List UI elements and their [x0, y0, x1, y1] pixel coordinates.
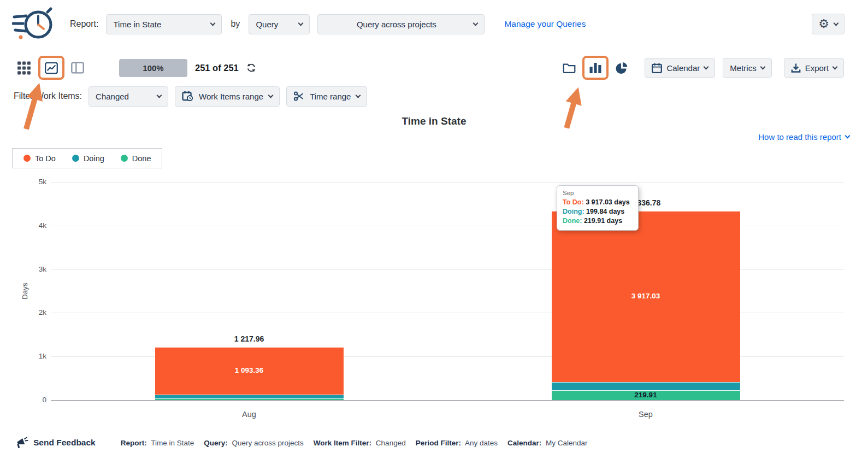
bar-total-label: 1 217.96: [155, 334, 344, 343]
saved-views-button[interactable]: [559, 59, 579, 77]
y-tick-label: 2k: [39, 308, 46, 318]
calendar-button-label: Calendar: [666, 63, 700, 73]
footer-summary-item: Work Item Filter: Changed: [314, 439, 406, 447]
x-tick-label: Sep: [552, 410, 740, 419]
footer-summary-value: Any dates: [463, 439, 498, 447]
how-to-read-link[interactable]: How to read this report: [758, 132, 849, 142]
annotation-highlight-chart-view: [38, 56, 64, 80]
legend-dot-to-do: [23, 155, 31, 162]
footer-summary-key: Period Filter:: [416, 439, 461, 447]
legend-label: Doing: [84, 154, 104, 163]
bar-aug[interactable]: 83.211 093.361 217.96: [155, 182, 344, 400]
footer-summary-value: Time in State: [149, 439, 194, 447]
footer-summary-item: Report: Time in State: [121, 439, 194, 447]
plot-area: 83.211 093.361 217.96Aug219.913 917.034 …: [51, 182, 844, 400]
work-item-filter-value: Changed: [96, 92, 129, 101]
chevron-down-icon: [832, 64, 838, 69]
legend: To DoDoingDone: [12, 148, 162, 168]
footer-summary-key: Query:: [204, 439, 228, 447]
footer-summary-key: Work Item Filter:: [314, 439, 371, 447]
zoom-button[interactable]: 100%: [119, 59, 187, 77]
footer-summary-item: Period Filter: Any dates: [416, 439, 498, 447]
y-tick-label: 0: [42, 395, 46, 405]
legend-item-done[interactable]: Done: [121, 154, 151, 163]
tooltip-title: Sep: [563, 190, 633, 196]
bar-segment-doing[interactable]: [552, 382, 740, 391]
work-item-filter-dropdown[interactable]: Changed: [88, 86, 168, 107]
refresh-button[interactable]: [243, 59, 259, 77]
legend-dot-done: [121, 155, 128, 162]
bar-segment-doing[interactable]: [155, 395, 344, 398]
bar-segment-done[interactable]: [155, 398, 344, 400]
tooltip-value: 3 917.03 days: [586, 198, 630, 206]
group-by-dropdown[interactable]: Query: [249, 14, 310, 34]
calendar-icon: [652, 63, 662, 73]
annotation-highlight-bar-chart: [582, 56, 609, 80]
grid-icon: [17, 61, 31, 75]
gear-icon: ⚙: [818, 18, 829, 30]
pie-chart-button[interactable]: [612, 59, 631, 77]
time-range-dropdown[interactable]: Time range: [286, 86, 367, 107]
table-view-button[interactable]: [68, 59, 87, 77]
footer-summary-item: Calendar: My Calendar: [507, 439, 588, 447]
legend-dot-doing: [72, 155, 79, 162]
megaphone-icon: [15, 437, 28, 449]
folder-icon: [563, 62, 576, 74]
footer-summary-value: Query across projects: [230, 439, 304, 447]
item-count: 251 of 251: [195, 63, 239, 73]
chevron-down-icon: [210, 20, 216, 26]
bar-value-label: 219.91: [552, 391, 740, 400]
send-feedback-label: Send Feedback: [33, 438, 96, 448]
tooltip-value: 199.84 days: [586, 208, 624, 215]
chart-view-button[interactable]: [42, 59, 61, 77]
bar-chart-icon: [589, 62, 602, 74]
group-by-dropdown-value: Query: [256, 20, 278, 29]
legend-item-to-do[interactable]: To Do: [23, 154, 56, 163]
tooltip-rows: To Do: 3 917.03 daysDoing: 199.84 daysDo…: [563, 198, 633, 226]
query-dropdown-value: Query across projects: [357, 20, 436, 29]
time-range-label: Time range: [310, 92, 351, 101]
export-button[interactable]: Export: [784, 58, 844, 78]
chevron-down-icon: [704, 64, 709, 69]
tooltip-row: To Do: 3 917.03 days: [563, 198, 633, 207]
bar-value-label: 1 093.36: [155, 366, 344, 375]
metrics-button[interactable]: Metrics: [723, 58, 771, 78]
send-feedback-link[interactable]: Send Feedback: [15, 437, 96, 449]
by-label: by: [231, 19, 240, 29]
tooltip-series-label: To Do:: [563, 198, 586, 206]
footer-summary-key: Report:: [121, 439, 147, 447]
tooltip-row: Doing: 199.84 days: [563, 207, 633, 216]
footer-summary-key: Calendar:: [507, 439, 541, 447]
metrics-button-label: Metrics: [730, 63, 756, 73]
work-items-range-dropdown[interactable]: Work Items range: [175, 86, 280, 107]
legend-label: To Do: [35, 154, 56, 163]
report-dropdown[interactable]: Time in State: [106, 14, 222, 34]
chevron-down-icon: [834, 20, 839, 26]
filter-bar: Filter Work Items: Changed Work Items ra…: [0, 85, 868, 107]
tooltip-series-label: Doing:: [563, 208, 586, 215]
y-tick-label: 3k: [39, 265, 46, 274]
chart-tooltip: Sep To Do: 3 917.03 daysDoing: 199.84 da…: [557, 185, 639, 231]
query-dropdown[interactable]: Query across projects: [317, 14, 485, 34]
legend-item-doing[interactable]: Doing: [72, 154, 104, 163]
top-bar: Report: Time in State by Query Query acr…: [0, 0, 868, 48]
footer: Send Feedback Report: Time in StateQuery…: [0, 431, 868, 455]
line-chart-icon: [45, 61, 58, 75]
grid-view-button[interactable]: [14, 59, 34, 77]
footer-summary-item: Query: Query across projects: [204, 439, 304, 447]
report-dropdown-value: Time in State: [113, 20, 161, 29]
bar-chart-button[interactable]: [586, 59, 605, 77]
calendar-button[interactable]: Calendar: [645, 58, 715, 78]
app-logo[interactable]: [12, 7, 55, 41]
footer-summary: Report: Time in StateQuery: Query across…: [121, 439, 588, 447]
tooltip-value: 219.91 days: [584, 217, 622, 225]
filter-work-items-label: Filter Work Items:: [14, 91, 82, 101]
calendar-clock-icon: [182, 91, 193, 102]
footer-summary-value: Changed: [374, 439, 406, 447]
how-to-read-label: How to read this report: [758, 132, 841, 142]
settings-menu-button[interactable]: ⚙: [812, 14, 845, 34]
manage-queries-link[interactable]: Manage your Queries: [504, 19, 586, 29]
report-label: Report:: [70, 19, 98, 29]
table-layout-icon: [71, 61, 84, 74]
footer-summary-value: My Calendar: [544, 439, 587, 447]
